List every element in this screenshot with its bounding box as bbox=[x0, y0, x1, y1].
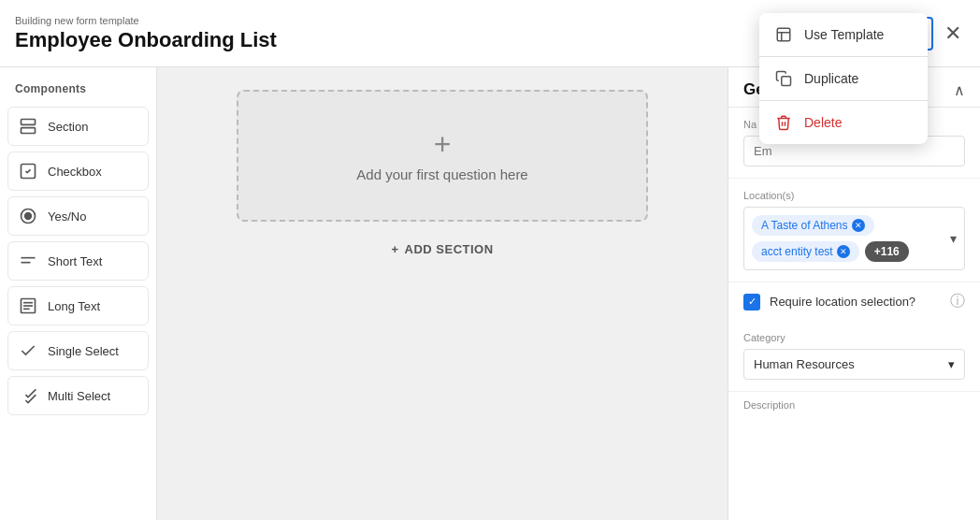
subtitle: Building new form template bbox=[15, 15, 277, 26]
copy-icon bbox=[774, 70, 793, 87]
page-title: Employee Onboarding List bbox=[15, 28, 277, 52]
description-label: Description bbox=[728, 392, 980, 414]
location-tag-2: acct entity test ✕ bbox=[752, 241, 859, 262]
location-tag-1-remove[interactable]: ✕ bbox=[852, 219, 865, 232]
locations-dropdown-arrow: ▾ bbox=[950, 231, 957, 246]
locations-field[interactable]: A Taste of Athens ✕ acct entity test ✕ +… bbox=[743, 207, 965, 270]
section-label: Section bbox=[48, 120, 88, 134]
add-section-plus-icon: + bbox=[391, 242, 398, 256]
svg-point-8 bbox=[25, 213, 32, 220]
duplicate-menu-item[interactable]: Duplicate bbox=[759, 57, 928, 100]
form-canvas: + Add your first question here + ADD SEC… bbox=[157, 67, 728, 520]
category-section: Category Human Resources ▾ bbox=[728, 321, 980, 392]
add-section-button[interactable]: + ADD SECTION bbox=[380, 237, 504, 262]
sidebar-item-yes-no[interactable]: Yes/No bbox=[7, 196, 149, 236]
location-tag-2-label: acct entity test bbox=[761, 245, 833, 258]
svg-rect-4 bbox=[22, 120, 36, 125]
drop-zone[interactable]: + Add your first question here bbox=[237, 90, 648, 222]
svg-rect-3 bbox=[782, 77, 791, 86]
location-tags: A Taste of Athens ✕ acct entity test ✕ +… bbox=[752, 215, 957, 262]
yes-no-icon bbox=[18, 207, 38, 225]
sidebar-item-multi-select[interactable]: Multi Select bbox=[7, 376, 149, 415]
single-select-icon bbox=[18, 341, 38, 360]
location-tag-1: A Taste of Athens ✕ bbox=[752, 215, 874, 236]
duplicate-label: Duplicate bbox=[804, 71, 858, 86]
category-dropdown-arrow: ▾ bbox=[948, 357, 955, 371]
extra-count: +116 bbox=[865, 241, 909, 262]
location-tag-2-remove[interactable]: ✕ bbox=[837, 245, 850, 258]
checkbox-icon bbox=[18, 162, 38, 181]
header-left: Building new form template Employee Onbo… bbox=[15, 15, 277, 52]
trash-icon bbox=[774, 114, 793, 131]
locations-section: Location(s) A Taste of Athens ✕ acct ent… bbox=[728, 179, 980, 282]
single-select-label: Single Select bbox=[48, 344, 119, 358]
long-text-label: Long Text bbox=[48, 299, 100, 313]
sidebar-item-section[interactable]: Section bbox=[7, 107, 149, 146]
require-location-row: ✓ Require location selection? ⓘ bbox=[728, 282, 980, 321]
multi-select-label: Multi Select bbox=[48, 389, 110, 403]
short-text-icon bbox=[18, 252, 38, 270]
category-dropdown[interactable]: Human Resources ▾ bbox=[743, 349, 965, 380]
short-text-label: Short Text bbox=[48, 254, 102, 268]
close-button[interactable]: ✕ bbox=[941, 18, 965, 50]
location-tag-1-label: A Taste of Athens bbox=[761, 219, 848, 232]
sidebar: Components Section Checkbox bbox=[0, 67, 157, 520]
sidebar-title: Components bbox=[7, 79, 149, 103]
use-template-menu-item[interactable]: Use Template bbox=[759, 13, 928, 56]
category-label: Category bbox=[743, 332, 965, 343]
add-question-icon: + bbox=[434, 129, 452, 159]
sidebar-item-single-select[interactable]: Single Select bbox=[7, 331, 149, 370]
long-text-icon bbox=[18, 296, 38, 315]
require-location-label: Require location selection? bbox=[770, 295, 941, 309]
collapse-button[interactable]: ∧ bbox=[954, 81, 965, 99]
require-location-checkbox[interactable]: ✓ bbox=[743, 294, 760, 311]
sidebar-item-short-text[interactable]: Short Text bbox=[7, 241, 149, 281]
template-icon bbox=[774, 26, 793, 43]
sidebar-item-checkbox[interactable]: Checkbox bbox=[7, 152, 149, 191]
svg-rect-0 bbox=[777, 28, 790, 41]
delete-label: Delete bbox=[804, 115, 842, 130]
dropdown-menu: Use Template Duplicate Delete bbox=[759, 13, 928, 144]
add-section-label: ADD SECTION bbox=[405, 242, 494, 256]
section-icon bbox=[18, 117, 38, 136]
svg-rect-5 bbox=[22, 128, 36, 134]
drop-zone-text: Add your first question here bbox=[356, 166, 527, 182]
sidebar-item-long-text[interactable]: Long Text bbox=[7, 286, 149, 325]
require-info-icon[interactable]: ⓘ bbox=[950, 292, 965, 311]
category-value: Human Resources bbox=[754, 357, 855, 371]
yes-no-label: Yes/No bbox=[48, 209, 86, 224]
checkbox-label: Checkbox bbox=[48, 165, 102, 179]
delete-menu-item[interactable]: Delete bbox=[759, 101, 928, 144]
locations-label: Location(s) bbox=[743, 190, 965, 201]
multi-select-icon bbox=[18, 386, 38, 405]
use-template-label: Use Template bbox=[804, 27, 884, 42]
